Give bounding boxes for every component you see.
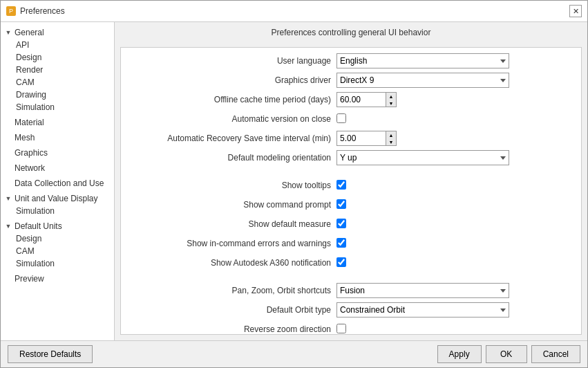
unit-value-children: Simulation <box>1 205 114 217</box>
offline-cache-up-btn[interactable]: ▲ <box>386 93 396 100</box>
mesh-expander <box>3 133 13 142</box>
panel-title: Preferences controlling general UI behav… <box>120 28 582 40</box>
unit-value-label: Unit and Value Display <box>13 194 98 203</box>
offline-cache-down-btn[interactable]: ▼ <box>386 100 396 107</box>
show-in-command-label: Show in-command errors and warnings <box>129 239 336 248</box>
restore-defaults-button[interactable]: Restore Defaults <box>8 345 93 363</box>
show-command-checkbox[interactable] <box>336 199 346 209</box>
show-autodesk-checkbox[interactable] <box>336 257 346 267</box>
auto-recovery-control: ▲ ▼ <box>336 131 397 146</box>
user-language-control: English German French <box>336 53 509 68</box>
offline-cache-input[interactable] <box>337 93 386 107</box>
material-expander <box>3 118 13 127</box>
graphics-expander <box>3 148 13 158</box>
apply-button[interactable]: Apply <box>437 345 482 363</box>
graphics-driver-select[interactable]: DirectX 9 DirectX 11 OpenGL <box>336 73 509 88</box>
graphics-driver-row: Graphics driver DirectX 9 DirectX 11 Ope… <box>129 73 573 88</box>
preview-label: Preview <box>13 274 44 284</box>
preferences-dialog: P Preferences ✕ ▼ General API Design Ren… <box>0 0 588 368</box>
auto-recovery-up-btn[interactable]: ▲ <box>386 131 396 138</box>
data-collection-expander <box>3 178 13 188</box>
bottom-bar: Restore Defaults Apply OK Cancel <box>1 340 587 367</box>
sidebar-item-units-cam[interactable]: CAM <box>13 245 114 257</box>
sidebar-item-graphics[interactable]: Graphics <box>1 145 114 160</box>
mesh-label: Mesh <box>13 133 35 142</box>
sidebar-item-api[interactable]: API <box>13 39 114 51</box>
sidebar-item-mesh[interactable]: Mesh <box>1 130 114 145</box>
show-in-command-control <box>336 238 346 250</box>
offline-cache-label: Offline cache time period (days) <box>129 95 336 104</box>
pan-zoom-select[interactable]: Fusion SolidWorks Alias <box>336 283 509 298</box>
separator-2 <box>129 275 573 283</box>
default-orbit-select[interactable]: Constrained Orbit Free Orbit <box>336 302 509 318</box>
default-orbit-row: Default Orbit type Constrained Orbit Fre… <box>129 302 573 318</box>
sidebar-item-simulation[interactable]: Simulation <box>13 101 114 113</box>
show-default-measure-label: Show default measure <box>129 219 336 229</box>
default-orbit-label: Default Orbit type <box>129 305 336 315</box>
data-collection-label: Data Collection and Use <box>13 178 104 188</box>
show-command-control <box>336 199 346 211</box>
sidebar-item-units-design[interactable]: Design <box>13 232 114 245</box>
default-units-expander: ▼ <box>3 221 13 231</box>
general-label: General <box>13 28 44 37</box>
sidebar-item-units-simulation[interactable]: Simulation <box>13 257 114 270</box>
cancel-button[interactable]: Cancel <box>531 345 580 363</box>
graphics-label: Graphics <box>13 148 48 158</box>
show-in-command-checkbox[interactable] <box>336 238 346 248</box>
default-units-label: Default Units <box>13 221 62 231</box>
close-button[interactable]: ✕ <box>569 5 582 17</box>
default-modeling-select[interactable]: Y up Z up <box>336 150 509 165</box>
pan-zoom-row: Pan, Zoom, Orbit shortcuts Fusion SolidW… <box>129 283 573 298</box>
show-default-measure-row: Show default measure <box>129 217 573 232</box>
default-modeling-label: Default modeling orientation <box>129 153 336 163</box>
sidebar-item-default-units[interactable]: ▼ Default Units Design CAM Simulation <box>1 219 114 271</box>
auto-recovery-input[interactable] <box>337 131 386 145</box>
show-command-label: Show command prompt <box>129 200 336 210</box>
sidebar-item-cam[interactable]: CAM <box>13 76 114 89</box>
sidebar-item-unit-value[interactable]: ▼ Unit and Value Display Simulation <box>1 191 114 219</box>
sidebar-item-network[interactable]: Network <box>1 160 114 176</box>
graphics-driver-label: Graphics driver <box>129 75 336 85</box>
main-panel: Preferences controlling general UI behav… <box>115 22 587 340</box>
default-orbit-control: Constrained Orbit Free Orbit <box>336 302 509 318</box>
auto-version-label: Automatic version on close <box>129 114 336 124</box>
auto-recovery-row: Automatic Recovery Save time interval (m… <box>129 131 573 146</box>
offline-cache-control: ▲ ▼ <box>336 92 397 107</box>
auto-recovery-spinner-btns: ▲ ▼ <box>386 131 396 145</box>
auto-version-row: Automatic version on close <box>129 111 573 127</box>
show-tooltips-label: Show tooltips <box>129 181 336 190</box>
offline-cache-spinner: ▲ ▼ <box>336 92 397 107</box>
reverse-zoom-checkbox[interactable] <box>336 324 346 333</box>
auto-recovery-label: Automatic Recovery Save time interval (m… <box>129 134 336 143</box>
general-expander: ▼ <box>3 28 13 37</box>
reverse-zoom-label: Reverse zoom direction <box>129 324 336 334</box>
auto-version-checkbox[interactable] <box>336 113 346 123</box>
default-modeling-row: Default modeling orientation Y up Z up <box>129 150 573 165</box>
sidebar-item-drawing[interactable]: Drawing <box>13 89 114 101</box>
sidebar-item-material[interactable]: Material <box>1 115 114 130</box>
ok-button[interactable]: OK <box>486 345 527 363</box>
sidebar-item-preview[interactable]: Preview <box>1 271 114 286</box>
title-bar-left: P Preferences <box>6 6 65 16</box>
material-label: Material <box>13 118 44 127</box>
sidebar-item-data-collection[interactable]: Data Collection and Use <box>1 176 114 191</box>
user-language-select[interactable]: English German French <box>336 53 509 68</box>
dialog-title: Preferences <box>20 6 65 16</box>
unit-value-expander: ▼ <box>3 194 13 203</box>
show-in-command-row: Show in-command errors and warnings <box>129 236 573 251</box>
sidebar-item-design[interactable]: Design <box>13 51 114 64</box>
sidebar-item-unit-simulation[interactable]: Simulation <box>13 205 114 217</box>
show-command-row: Show command prompt <box>129 197 573 212</box>
graphics-driver-control: DirectX 9 DirectX 11 OpenGL <box>336 73 509 88</box>
show-autodesk-row: Show Autodesk A360 notification <box>129 255 573 270</box>
network-expander <box>3 163 13 173</box>
title-bar: P Preferences ✕ <box>1 1 587 22</box>
auto-recovery-down-btn[interactable]: ▼ <box>386 138 396 145</box>
reverse-zoom-control <box>336 324 346 335</box>
app-icon: P <box>6 6 16 16</box>
sidebar-item-general[interactable]: ▼ General API Design Render CAM Drawing … <box>1 25 114 115</box>
show-tooltips-checkbox[interactable] <box>336 180 346 190</box>
user-language-row: User language English German French <box>129 53 573 68</box>
show-default-measure-checkbox[interactable] <box>336 219 346 228</box>
sidebar-item-render[interactable]: Render <box>13 64 114 76</box>
